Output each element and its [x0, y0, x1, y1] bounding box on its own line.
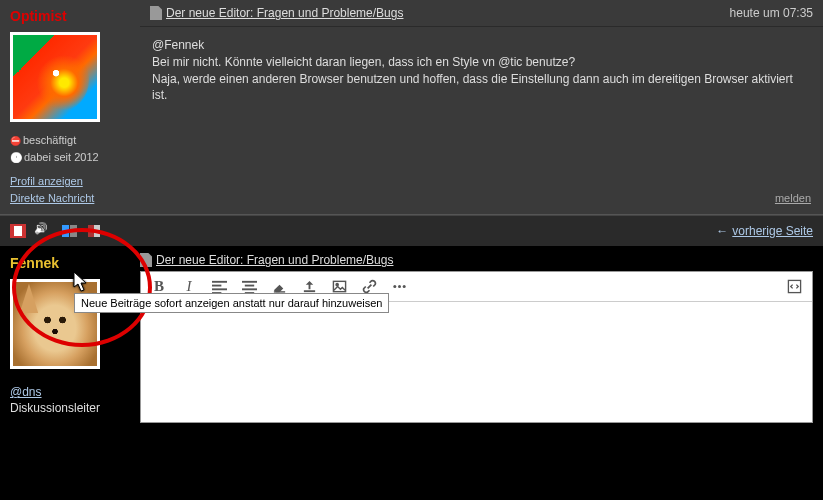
post-line: Bei mir nicht. Könnte vielleicht daran l… [152, 54, 811, 71]
source-button[interactable] [786, 279, 802, 295]
clock-icon: 🕐 [10, 152, 22, 163]
reply-main: Der neue Editor: Fragen und Probleme/Bug… [140, 247, 823, 423]
avatar[interactable] [10, 32, 100, 122]
reply-post: Fennek @dns Diskussionsleiter Der neue E… [0, 247, 823, 423]
timestamp: heute um 07:35 [730, 6, 813, 20]
user-since: dabei seit 2012 [24, 151, 99, 163]
direct-message-link[interactable]: Direkte Nachricht [10, 190, 130, 207]
more-button[interactable] [391, 279, 407, 295]
username[interactable]: Fennek [10, 255, 130, 271]
editor-textarea[interactable] [141, 302, 812, 422]
post: Optimist ⛔beschäftigt 🕐dabei seit 2012 P… [0, 0, 823, 215]
thread-title: Der neue Editor: Fragen und Probleme/Bug… [150, 6, 403, 20]
thread-toolbar: ←vorherige Seite [0, 215, 823, 247]
post-footer: melden [140, 186, 823, 214]
svg-rect-5 [244, 285, 253, 287]
svg-rect-9 [303, 290, 314, 292]
thread-link[interactable]: Der neue Editor: Fragen und Probleme/Bug… [166, 6, 403, 20]
busy-icon: ⛔ [10, 136, 21, 146]
split-view-icon[interactable] [88, 224, 104, 238]
svg-point-12 [393, 285, 396, 288]
user-tag-link[interactable]: @dns [10, 385, 42, 399]
toolbar-left [10, 224, 104, 238]
svg-rect-0 [212, 281, 227, 283]
svg-point-14 [402, 285, 405, 288]
arrow-left-icon: ← [716, 224, 728, 238]
post-sidebar: Optimist ⛔beschäftigt 🕐dabei seit 2012 P… [0, 0, 140, 214]
user-role: Diskussionsleiter [10, 401, 130, 415]
profile-links: Profil anzeigen Direkte Nachricht [10, 173, 130, 206]
svg-rect-1 [212, 285, 221, 287]
flag-icon[interactable] [10, 224, 26, 238]
toolbar-right: ←vorherige Seite [716, 224, 813, 238]
svg-rect-2 [212, 288, 227, 290]
user-meta: ⛔beschäftigt 🕐dabei seit 2012 [10, 132, 130, 165]
svg-rect-6 [242, 288, 257, 290]
avatar-image [13, 35, 97, 119]
thread-link[interactable]: Der neue Editor: Fragen und Probleme/Bug… [156, 253, 393, 267]
user-status: beschäftigt [23, 134, 76, 146]
live-update-icon[interactable] [62, 224, 78, 238]
post-body: @Fennek Bei mir nicht. Könnte vielleicht… [140, 27, 823, 186]
sound-icon[interactable] [36, 224, 52, 238]
svg-point-13 [398, 285, 401, 288]
post-header: Der neue Editor: Fragen und Probleme/Bug… [140, 0, 823, 27]
tooltip: Neue Beiträge sofort anzeigen anstatt nu… [74, 293, 389, 313]
mention: @Fennek [152, 37, 811, 54]
svg-rect-4 [242, 281, 257, 283]
report-link[interactable]: melden [775, 192, 811, 204]
post-sidebar: Fennek @dns Diskussionsleiter [0, 247, 140, 423]
svg-rect-10 [333, 281, 345, 291]
view-profile-link[interactable]: Profil anzeigen [10, 173, 130, 190]
document-icon [150, 6, 162, 20]
username[interactable]: Optimist [10, 8, 130, 24]
post-line: Naja, werde einen anderen Browser benutz… [152, 71, 811, 105]
previous-page-link[interactable]: vorherige Seite [732, 224, 813, 238]
svg-point-11 [336, 284, 338, 286]
document-icon [140, 253, 152, 267]
post-main: Der neue Editor: Fragen und Probleme/Bug… [140, 0, 823, 214]
reply-header: Der neue Editor: Fragen und Probleme/Bug… [140, 247, 813, 271]
